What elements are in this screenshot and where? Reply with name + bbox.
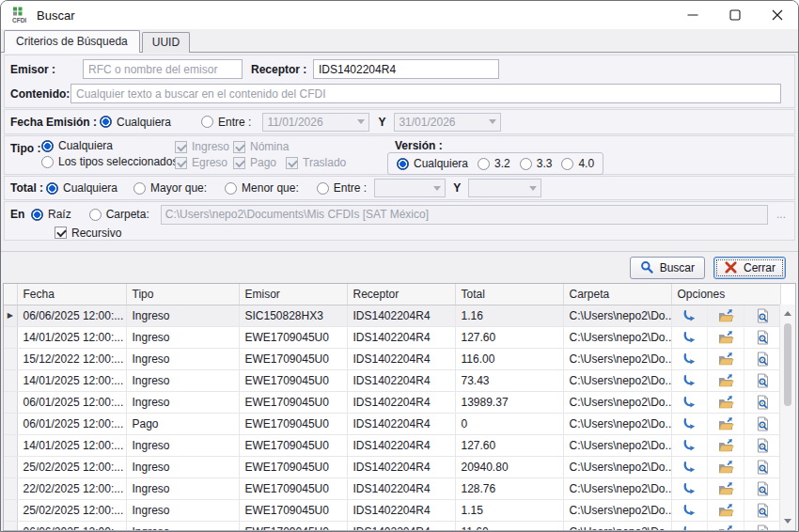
fecha-entre-radio[interactable]: Entre :: [201, 116, 251, 129]
titlebar: CFDI Buscar: [1, 1, 798, 29]
open-folder-icon[interactable]: [708, 414, 744, 434]
checkbox-icon: [55, 227, 67, 239]
preview-document-icon[interactable]: [744, 522, 780, 532]
resend-icon[interactable]: [672, 522, 709, 532]
column-header-tipo[interactable]: Tipo: [126, 284, 239, 305]
recursivo-checkbox[interactable]: Recursivo: [55, 227, 121, 240]
version-33-label: 3.3: [537, 157, 553, 170]
receptor-input[interactable]: [313, 59, 499, 79]
preview-document-icon[interactable]: [744, 500, 780, 521]
scroll-up-icon[interactable]: [780, 306, 795, 321]
table-row[interactable]: 25/02/2025 12:00:...IngresoEWE1709045U0I…: [4, 499, 781, 521]
preview-document-icon[interactable]: [744, 370, 780, 391]
version-40-radio[interactable]: 4.0: [561, 157, 594, 170]
cerrar-button[interactable]: Cerrar: [713, 257, 786, 279]
preview-document-icon[interactable]: [744, 349, 780, 369]
row-selector[interactable]: [4, 413, 17, 434]
open-folder-icon[interactable]: [708, 522, 744, 532]
table-row[interactable]: 14/01/2025 12:00:...IngresoEWE1709045U0I…: [4, 369, 781, 391]
vertical-scrollbar[interactable]: [779, 305, 795, 530]
preview-document-icon[interactable]: [744, 305, 780, 326]
open-folder-icon[interactable]: [708, 370, 744, 391]
column-header-receptor[interactable]: Receptor: [347, 284, 455, 305]
preview-document-icon[interactable]: [744, 392, 780, 413]
contenido-input[interactable]: [70, 84, 781, 103]
open-folder-icon[interactable]: [708, 327, 744, 348]
table-row[interactable]: 06/01/2025 12:00:...PagoEWE1709045U0IDS1…: [4, 413, 781, 434]
preview-document-icon[interactable]: [744, 457, 780, 477]
table-row[interactable]: 15/12/2022 12:00:...IngresoEWE1709045U0I…: [4, 348, 781, 369]
version-32-radio[interactable]: 3.2: [478, 157, 510, 170]
resend-icon[interactable]: [672, 327, 709, 348]
close-button[interactable]: [756, 1, 798, 29]
row-selector[interactable]: ▶: [4, 305, 17, 326]
resend-icon[interactable]: [672, 435, 709, 456]
resend-icon[interactable]: [672, 370, 709, 391]
resend-icon[interactable]: [672, 500, 709, 521]
resend-icon[interactable]: [672, 305, 709, 326]
tab-criterios-de-busqueda[interactable]: Criterios de Búsqueda: [4, 30, 140, 53]
total-entre-radio[interactable]: Entre :: [317, 181, 367, 195]
total-mayor-radio[interactable]: Mayor que:: [133, 181, 207, 195]
table-row[interactable]: 14/01/2025 12:00:...IngresoEWE1709045U0I…: [4, 434, 781, 456]
raiz-radio[interactable]: Raíz: [31, 208, 71, 221]
results-table: Fecha Tipo Emisor Receptor Total Carpeta…: [4, 284, 781, 531]
row-selector[interactable]: [4, 456, 17, 477]
fecha-cualquiera-radio[interactable]: Cualquiera: [100, 116, 171, 129]
column-header-emisor[interactable]: Emisor: [239, 284, 347, 305]
column-header-carpeta[interactable]: Carpeta: [563, 284, 671, 305]
open-folder-icon[interactable]: [708, 457, 744, 477]
open-folder-icon[interactable]: [708, 349, 744, 369]
radio-icon: [100, 116, 112, 128]
row-selector[interactable]: [4, 326, 17, 348]
preview-document-icon[interactable]: [744, 478, 780, 499]
open-folder-icon[interactable]: [708, 435, 744, 456]
row-selector[interactable]: [4, 499, 17, 521]
preview-document-icon[interactable]: [744, 327, 780, 348]
table-row[interactable]: 14/01/2025 12:00:...IngresoEWE1709045U0I…: [4, 326, 781, 348]
version-cualquiera-radio[interactable]: Cualquiera: [397, 157, 468, 170]
buscar-button[interactable]: Buscar: [630, 257, 705, 279]
open-folder-icon[interactable]: [708, 478, 744, 499]
resend-icon[interactable]: [672, 414, 709, 434]
resend-icon[interactable]: [672, 478, 709, 499]
open-folder-icon[interactable]: [708, 392, 744, 413]
column-header-fecha[interactable]: Fecha: [17, 284, 126, 305]
scrollbar-thumb[interactable]: [784, 323, 791, 406]
preview-document-icon[interactable]: [744, 435, 780, 456]
carpeta-radio[interactable]: Carpeta:: [89, 208, 149, 221]
resend-icon[interactable]: [672, 349, 709, 369]
scroll-down-icon[interactable]: [780, 514, 795, 528]
table-row[interactable]: 22/02/2025 12:00:...IngresoEWE1709045U0I…: [4, 477, 781, 499]
tipo-cualquiera-radio[interactable]: Cualquiera: [41, 139, 171, 152]
fecha-cualquiera-label: Cualquiera: [117, 116, 171, 129]
row-selector[interactable]: [4, 477, 17, 499]
table-row[interactable]: 06/01/2025 12:00:...IngresoEWE1709045U0I…: [4, 391, 781, 413]
table-row[interactable]: 25/02/2025 12:00:...IngresoEWE1709045U0I…: [4, 456, 781, 477]
total-cualquiera-radio[interactable]: Cualquiera: [46, 181, 118, 195]
tab-uuid[interactable]: UUID: [142, 32, 190, 53]
row-selector[interactable]: [4, 348, 17, 369]
version-33-radio[interactable]: 3.3: [520, 157, 553, 170]
radio-icon: [317, 182, 329, 195]
cell-total: 1.15: [455, 499, 563, 521]
open-folder-icon[interactable]: [708, 500, 744, 521]
maximize-button[interactable]: [713, 1, 756, 29]
cell-tipo: Ingreso: [126, 521, 239, 531]
row-selector[interactable]: [4, 434, 17, 456]
column-header-total[interactable]: Total: [455, 284, 563, 305]
table-row[interactable]: ▶06/06/2025 12:00:...IngresoSIC150828HX3…: [4, 305, 781, 326]
resend-icon[interactable]: [672, 457, 709, 477]
open-folder-icon[interactable]: [708, 305, 744, 326]
preview-document-icon[interactable]: [744, 414, 780, 434]
minimize-button[interactable]: [671, 1, 713, 29]
column-header-opciones[interactable]: Opciones: [671, 284, 781, 305]
tipo-seleccionados-radio[interactable]: Los tipos seleccionados: [41, 155, 171, 168]
resend-icon[interactable]: [672, 392, 709, 413]
row-selector[interactable]: [4, 369, 17, 391]
row-selector[interactable]: [4, 521, 17, 531]
row-selector[interactable]: [4, 391, 17, 413]
total-menor-radio[interactable]: Menor que:: [225, 181, 299, 195]
emisor-input[interactable]: [83, 59, 243, 79]
table-row[interactable]: 06/06/2025 12:00:...IngresoEWE1709045U0I…: [4, 521, 781, 531]
